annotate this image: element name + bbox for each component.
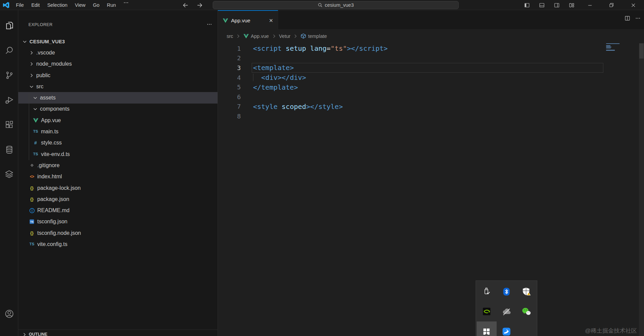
- code-line-1[interactable]: 1<script setup lang="ts"></script>: [218, 44, 644, 53]
- menu-file[interactable]: File: [12, 0, 27, 10]
- activity-account[interactable]: [0, 305, 18, 323]
- activity-settings[interactable]: [0, 330, 18, 336]
- menu-run[interactable]: Run: [103, 0, 120, 10]
- breadcrumb-template[interactable]: template: [300, 33, 327, 39]
- code-line-content: <div></div>: [253, 73, 306, 82]
- editor-scrollbar[interactable]: [639, 43, 644, 336]
- line-number: 2: [218, 54, 241, 62]
- tree-item-tsconfig-node-json[interactable]: {}tsconfig.node.json: [18, 227, 217, 239]
- minimap[interactable]: [606, 43, 630, 53]
- editor-more-actions-button[interactable]: [635, 16, 641, 21]
- tree-item-index-html[interactable]: <>index.html: [18, 171, 217, 182]
- command-center-search[interactable]: cesium_vue3: [213, 1, 459, 9]
- tray-wechat[interactable]: [516, 301, 536, 321]
- bluetooth-icon: [502, 287, 511, 296]
- file-tree: CESIUM_VUE3.vscodenode_modulespublicsrca…: [18, 36, 217, 250]
- vue-icon: [33, 117, 39, 123]
- menu-edit[interactable]: Edit: [27, 0, 43, 10]
- code-editor[interactable]: 1<script setup lang="ts"></script>23<tem…: [218, 42, 644, 336]
- tree-item-vscode[interactable]: .vscode: [18, 47, 217, 58]
- tree-item-package-json[interactable]: {}package.json: [18, 194, 217, 205]
- explorer-more-actions-button[interactable]: [207, 22, 212, 28]
- tree-item-main-ts[interactable]: TSmain.ts: [18, 126, 217, 137]
- arrow-right-icon: [196, 2, 203, 8]
- tray-nvidia[interactable]: [477, 301, 497, 321]
- tree-item-cesium-vue3[interactable]: CESIUM_VUE3: [18, 36, 217, 47]
- tree-item-vite-config-ts[interactable]: TSvite.config.ts: [18, 239, 217, 250]
- menu-overflow[interactable]: [120, 0, 132, 10]
- code-line-2[interactable]: 2: [218, 53, 644, 63]
- activity-database[interactable]: [0, 140, 18, 159]
- activity-source-control[interactable]: [0, 66, 18, 84]
- code-line-3[interactable]: 3<template>: [218, 63, 644, 73]
- symbol-cube-icon: [300, 33, 306, 39]
- layout-customize-button[interactable]: [564, 0, 579, 10]
- scrollbar-thumb[interactable]: [639, 43, 644, 59]
- tree-item-vite-env-d-ts[interactable]: TSvite-env.d.ts: [18, 149, 217, 160]
- menu-selection[interactable]: Selection: [43, 0, 71, 10]
- activity-explorer[interactable]: [0, 16, 18, 35]
- tree-item-style-css[interactable]: #style.css: [18, 137, 217, 149]
- breadcrumb-src[interactable]: src: [227, 33, 233, 39]
- menu-go[interactable]: Go: [89, 0, 103, 10]
- tree-item-label: public: [36, 72, 50, 79]
- database-icon: [5, 145, 14, 154]
- code-line-content: <template>: [253, 64, 294, 72]
- layout-panel-button[interactable]: [534, 0, 549, 10]
- tree-item-gitignore[interactable]: .gitignore: [18, 160, 217, 171]
- outline-section-header[interactable]: OUTLINE: [18, 330, 217, 336]
- tab-strip: App.vue ✕: [218, 10, 644, 30]
- vscode-logo-icon: [0, 1, 12, 9]
- tree-item-components[interactable]: components: [18, 104, 217, 115]
- minimap-line-mark: [606, 45, 610, 46]
- tab-app-vue[interactable]: App.vue ✕: [218, 10, 278, 30]
- code-line-4[interactable]: 4 <div></div>: [218, 73, 644, 83]
- tray-onedrive[interactable]: [497, 301, 517, 321]
- forward-button[interactable]: [195, 1, 204, 9]
- tree-item-app-vue[interactable]: App.vue: [18, 115, 217, 126]
- activity-run-debug[interactable]: [0, 91, 18, 109]
- code-line-7[interactable]: 7<style scoped></style>: [218, 102, 644, 112]
- info-icon: [29, 208, 35, 214]
- chevron-down-icon: [22, 39, 28, 44]
- tree-item-node-modules[interactable]: node_modules: [18, 59, 217, 70]
- tray-pc-grid-app[interactable]: [477, 321, 497, 336]
- activity-layers[interactable]: [0, 165, 18, 183]
- layout-sidebar-right-button[interactable]: [549, 0, 564, 10]
- tree-item-public[interactable]: public: [18, 70, 217, 81]
- code-line-content: </template>: [253, 83, 298, 91]
- activity-search[interactable]: [0, 41, 18, 60]
- tsconfig-icon: TS: [29, 219, 35, 224]
- breadcrumb-vetur[interactable]: Vetur: [279, 33, 291, 39]
- tray-usb-device[interactable]: [477, 282, 497, 301]
- vue-icon: [243, 33, 249, 39]
- activity-extensions[interactable]: [0, 116, 18, 134]
- tree-item-readme-md[interactable]: README.md: [18, 205, 217, 216]
- tray-bluetooth[interactable]: [497, 282, 517, 301]
- back-button[interactable]: [181, 1, 190, 9]
- code-line-6[interactable]: 6: [218, 92, 644, 102]
- chevron-right-icon: [28, 61, 35, 67]
- close-button[interactable]: [622, 0, 644, 10]
- tree-item-assets[interactable]: assets: [18, 92, 217, 103]
- usb-device-icon: [481, 287, 492, 297]
- tree-item-label: src: [36, 84, 43, 90]
- minimize-button[interactable]: [579, 0, 601, 10]
- restore-button[interactable]: [601, 0, 622, 10]
- tree-item-tsconfig-json[interactable]: TStsconfig.json: [18, 216, 217, 227]
- split-editor-button[interactable]: [624, 15, 630, 21]
- tree-item-src[interactable]: src: [18, 81, 217, 92]
- code-line-8[interactable]: 8: [218, 111, 644, 121]
- chevron-right-icon: [293, 33, 298, 39]
- tab-close-button[interactable]: ✕: [267, 17, 275, 25]
- menu-view[interactable]: View: [71, 0, 89, 10]
- tree-item-label: .gitignore: [37, 162, 60, 169]
- code-line-5[interactable]: 5</template>: [218, 82, 644, 92]
- minimap-line-mark: [606, 50, 615, 50]
- breadcrumb-app-vue[interactable]: App.vue: [243, 33, 269, 39]
- tree-item-package-lock-json[interactable]: {}package-lock.json: [18, 182, 217, 194]
- tray-lark[interactable]: [497, 321, 517, 336]
- tray-windows-security[interactable]: [516, 282, 536, 301]
- watermark: @稀土掘金技术社区: [585, 327, 637, 335]
- layout-sidebar-left-button[interactable]: [519, 0, 534, 10]
